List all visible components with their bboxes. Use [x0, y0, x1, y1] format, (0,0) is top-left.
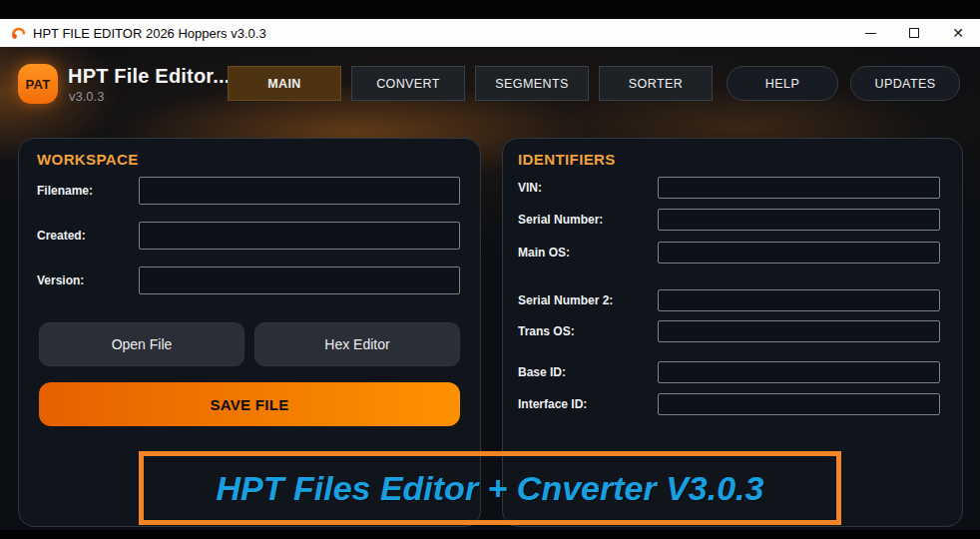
tab-main[interactable]: MAIN: [228, 66, 341, 101]
app-version: v3.0.3: [69, 89, 104, 104]
identifiers-panel-title: IDENTIFIERS: [518, 151, 616, 168]
base-id-label: Base ID:: [518, 365, 566, 379]
tab-segments[interactable]: SEGMENTS: [475, 66, 589, 101]
version-label: Version:: [37, 273, 84, 287]
application-window: HPT FILE EDITOR 2026 Hoppers v3.0.3 ✕ PA…: [0, 0, 980, 539]
filename-label: Filename:: [37, 184, 93, 198]
created-label: Created:: [37, 229, 86, 243]
maximize-icon: [909, 28, 919, 38]
help-button[interactable]: HELP: [727, 66, 838, 101]
app-swirl-icon: [10, 25, 26, 41]
vin-input[interactable]: [658, 177, 940, 199]
pat-logo-badge: PAT: [18, 64, 58, 104]
app-header: PAT HPT File Editor... v3.0.3 MAIN CONVE…: [0, 47, 980, 115]
top-black-strip: [0, 0, 980, 19]
vin-label: VIN:: [518, 181, 542, 195]
updates-button[interactable]: UPDATES: [850, 66, 960, 101]
serial-number-input[interactable]: [658, 209, 940, 231]
window-title: HPT FILE EDITOR 2026 Hoppers v3.0.3: [33, 26, 266, 41]
promo-banner-text: HPT Files Editor + Cnverter V3.0.3: [217, 469, 764, 508]
base-id-input[interactable]: [658, 361, 940, 383]
workspace-panel-title: WORKSPACE: [37, 151, 139, 168]
minimize-icon: [865, 33, 876, 34]
app-body: PAT HPT File Editor... v3.0.3 MAIN CONVE…: [0, 47, 980, 530]
open-file-button[interactable]: Open File: [39, 322, 245, 366]
close-icon: ✕: [952, 26, 964, 40]
promo-banner: HPT Files Editor + Cnverter V3.0.3: [139, 451, 841, 525]
trans-os-label: Trans OS:: [518, 324, 575, 338]
hex-editor-button[interactable]: Hex Editor: [254, 322, 460, 366]
os-titlebar: HPT FILE EDITOR 2026 Hoppers v3.0.3 ✕: [0, 19, 980, 47]
version-input[interactable]: [139, 267, 460, 294]
minimize-button[interactable]: [848, 19, 892, 47]
main-os-input[interactable]: [658, 242, 940, 264]
save-file-button[interactable]: SAVE FILE: [39, 382, 460, 426]
tab-sorter[interactable]: SORTER: [599, 66, 713, 101]
close-button[interactable]: ✕: [936, 19, 980, 47]
serial-number-2-input[interactable]: [658, 289, 940, 311]
app-title: HPT File Editor...: [68, 65, 231, 88]
maximize-button[interactable]: [892, 19, 936, 47]
interface-id-input[interactable]: [658, 393, 940, 415]
created-input[interactable]: [139, 222, 460, 250]
serial-number-label: Serial Number:: [518, 213, 603, 227]
window-controls: ✕: [848, 19, 980, 47]
tab-convert[interactable]: CONVERT: [351, 66, 465, 101]
bottom-black-strip: [0, 530, 980, 539]
main-os-label: Main OS:: [518, 246, 570, 260]
serial-number-2-label: Serial Number 2:: [518, 293, 613, 307]
interface-id-label: Interface ID:: [518, 397, 587, 411]
trans-os-input[interactable]: [658, 320, 940, 342]
filename-input[interactable]: [139, 177, 460, 205]
